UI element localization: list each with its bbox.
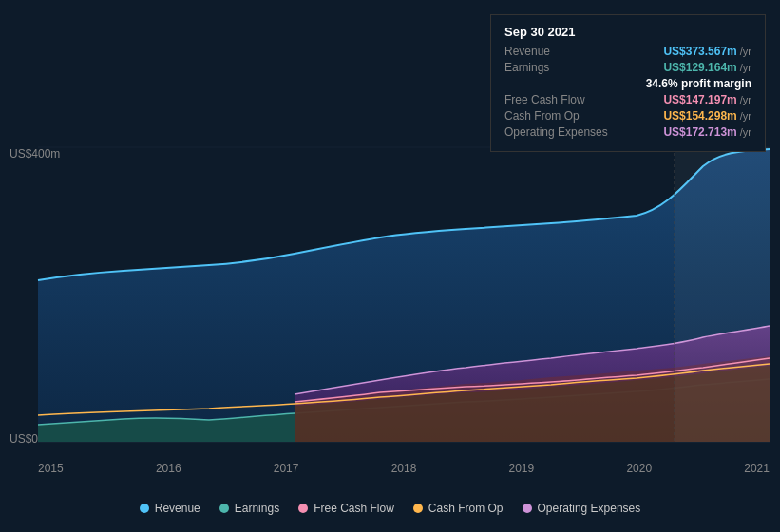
tooltip-revenue-label: Revenue	[504, 45, 618, 58]
tooltip-earnings-row: Earnings US$129.164m/yr	[504, 61, 751, 74]
legend-label-opex: Operating Expenses	[538, 502, 641, 515]
tooltip-margin-value: 34.6% profit margin	[646, 77, 751, 90]
legend-item-cashop[interactable]: Cash From Op	[413, 502, 504, 515]
tooltip-earnings-label: Earnings	[504, 61, 618, 74]
chart-area	[38, 147, 770, 442]
tooltip-cashop-label: Cash From Op	[504, 109, 618, 123]
x-label-2017: 2017	[274, 462, 299, 475]
legend-label-fcf: Free Cash Flow	[314, 502, 394, 515]
legend-item-fcf[interactable]: Free Cash Flow	[298, 502, 394, 515]
tooltip-opex-unit: /yr	[740, 126, 751, 138]
tooltip-revenue-unit: /yr	[740, 46, 751, 57]
tooltip-fcf-value: US$147.197m	[663, 93, 736, 106]
tooltip-revenue-row: Revenue US$373.567m/yr	[504, 45, 751, 58]
x-axis: 2015 2016 2017 2018 2019 2020 2021	[38, 462, 770, 475]
tooltip-fcf-row: Free Cash Flow US$147.197m/yr	[504, 93, 751, 106]
x-label-2021: 2021	[744, 462, 770, 475]
x-label-2016: 2016	[156, 462, 181, 475]
legend-item-revenue[interactable]: Revenue	[140, 502, 200, 515]
tooltip-date: Sep 30 2021	[504, 25, 751, 39]
legend-label-earnings: Earnings	[235, 502, 279, 515]
tooltip-cashop-row: Cash From Op US$154.298m/yr	[504, 109, 751, 123]
x-label-2015: 2015	[38, 462, 64, 475]
legend-label-revenue: Revenue	[155, 502, 200, 515]
legend: Revenue Earnings Free Cash Flow Cash Fro…	[0, 502, 780, 515]
tooltip-fcf-label: Free Cash Flow	[504, 93, 618, 106]
legend-dot-revenue	[140, 504, 149, 513]
x-label-2020: 2020	[626, 462, 652, 475]
tooltip-earnings-value: US$129.164m	[663, 61, 736, 74]
legend-dot-opex	[523, 504, 532, 513]
legend-dot-fcf	[298, 504, 308, 513]
legend-dot-earnings	[219, 504, 229, 513]
tooltip-cashop-unit: /yr	[740, 110, 751, 122]
tooltip-fcf-unit: /yr	[740, 94, 751, 105]
chart-svg	[38, 147, 770, 442]
legend-dot-cashop	[413, 504, 423, 513]
y-axis-bottom-label: US$0	[10, 432, 38, 446]
tooltip-earnings-unit: /yr	[740, 62, 751, 73]
tooltip-cashop-value: US$154.298m	[663, 109, 736, 123]
tooltip-opex-row: Operating Expenses US$172.713m/yr	[504, 125, 751, 139]
tooltip-opex-label: Operating Expenses	[504, 125, 618, 139]
tooltip-margin-row: 34.6% profit margin	[504, 77, 751, 90]
tooltip-opex-value: US$172.713m	[663, 125, 736, 139]
tooltip-revenue-value: US$373.567m	[663, 45, 736, 58]
legend-item-earnings[interactable]: Earnings	[219, 502, 279, 515]
legend-item-opex[interactable]: Operating Expenses	[523, 502, 641, 515]
legend-label-cashop: Cash From Op	[428, 502, 504, 515]
x-label-2019: 2019	[509, 462, 535, 475]
tooltip-box: Sep 30 2021 Revenue US$373.567m/yr Earni…	[490, 14, 766, 152]
x-label-2018: 2018	[391, 462, 417, 475]
chart-container: Sep 30 2021 Revenue US$373.567m/yr Earni…	[0, 0, 780, 532]
